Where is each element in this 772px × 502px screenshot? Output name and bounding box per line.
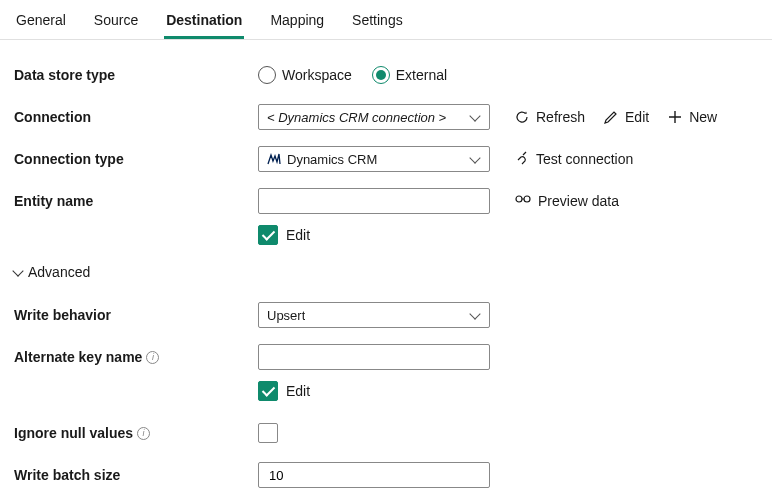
entity-name-input[interactable] bbox=[267, 189, 481, 213]
tab-source[interactable]: Source bbox=[92, 8, 140, 39]
connection-type-select[interactable]: Dynamics CRM bbox=[258, 146, 490, 172]
preview-data-label: Preview data bbox=[538, 193, 619, 209]
chevron-down-icon bbox=[469, 152, 480, 163]
svg-point-1 bbox=[524, 196, 530, 202]
alternate-key-name-label: Alternate key name i bbox=[14, 349, 258, 365]
radio-icon bbox=[258, 66, 276, 84]
info-icon: i bbox=[137, 427, 150, 440]
preview-data-icon bbox=[514, 194, 532, 208]
chevron-down-icon bbox=[469, 308, 480, 319]
radio-workspace[interactable]: Workspace bbox=[258, 66, 352, 84]
write-batch-size-label: Write batch size bbox=[14, 467, 258, 483]
info-icon: i bbox=[146, 351, 159, 364]
write-batch-size-input[interactable] bbox=[267, 463, 481, 487]
tab-settings[interactable]: Settings bbox=[350, 8, 405, 39]
tabs: General Source Destination Mapping Setti… bbox=[0, 0, 772, 40]
entity-name-label: Entity name bbox=[14, 193, 258, 209]
alternate-key-edit-checkbox[interactable] bbox=[258, 381, 278, 401]
svg-point-0 bbox=[516, 196, 522, 202]
refresh-label: Refresh bbox=[536, 109, 585, 125]
advanced-toggle[interactable]: Advanced bbox=[14, 264, 758, 280]
test-connection-button[interactable]: Test connection bbox=[514, 151, 633, 167]
chevron-down-icon bbox=[12, 265, 23, 276]
write-behavior-label: Write behavior bbox=[14, 307, 258, 323]
edit-label: Edit bbox=[625, 109, 649, 125]
connection-type-value: Dynamics CRM bbox=[287, 152, 377, 167]
alternate-key-name-input-wrap bbox=[258, 344, 490, 370]
test-connection-label: Test connection bbox=[536, 151, 633, 167]
radio-external[interactable]: External bbox=[372, 66, 447, 84]
refresh-button[interactable]: Refresh bbox=[514, 109, 585, 125]
connection-select-value: < Dynamics CRM connection > bbox=[267, 110, 446, 125]
write-behavior-value: Upsert bbox=[267, 308, 305, 323]
test-connection-icon bbox=[514, 151, 530, 167]
edit-connection-button[interactable]: Edit bbox=[603, 109, 649, 125]
tab-destination[interactable]: Destination bbox=[164, 8, 244, 39]
preview-data-button[interactable]: Preview data bbox=[514, 193, 619, 209]
connection-type-label: Connection type bbox=[14, 151, 258, 167]
chevron-down-icon bbox=[469, 110, 480, 121]
alternate-key-name-input[interactable] bbox=[267, 345, 481, 369]
ignore-null-values-label: Ignore null values i bbox=[14, 425, 258, 441]
new-connection-button[interactable]: New bbox=[667, 109, 717, 125]
connection-label: Connection bbox=[14, 109, 258, 125]
tab-mapping[interactable]: Mapping bbox=[268, 8, 326, 39]
destination-form: Data store type Workspace External Conne… bbox=[0, 40, 772, 502]
ignore-null-values-checkbox[interactable] bbox=[258, 423, 278, 443]
radio-icon bbox=[372, 66, 390, 84]
entity-name-edit-label: Edit bbox=[286, 227, 310, 243]
write-behavior-select[interactable]: Upsert bbox=[258, 302, 490, 328]
advanced-label: Advanced bbox=[28, 264, 90, 280]
entity-name-edit-checkbox[interactable] bbox=[258, 225, 278, 245]
radio-workspace-label: Workspace bbox=[282, 67, 352, 83]
pencil-icon bbox=[603, 109, 619, 125]
plus-icon bbox=[667, 109, 683, 125]
alternate-key-edit-label: Edit bbox=[286, 383, 310, 399]
refresh-icon bbox=[514, 109, 530, 125]
data-store-type-label: Data store type bbox=[14, 67, 258, 83]
entity-name-input-wrap bbox=[258, 188, 490, 214]
radio-external-label: External bbox=[396, 67, 447, 83]
write-batch-size-input-wrap bbox=[258, 462, 490, 488]
tab-general[interactable]: General bbox=[14, 8, 68, 39]
dynamics-crm-icon bbox=[267, 153, 281, 165]
new-label: New bbox=[689, 109, 717, 125]
connection-select[interactable]: < Dynamics CRM connection > bbox=[258, 104, 490, 130]
